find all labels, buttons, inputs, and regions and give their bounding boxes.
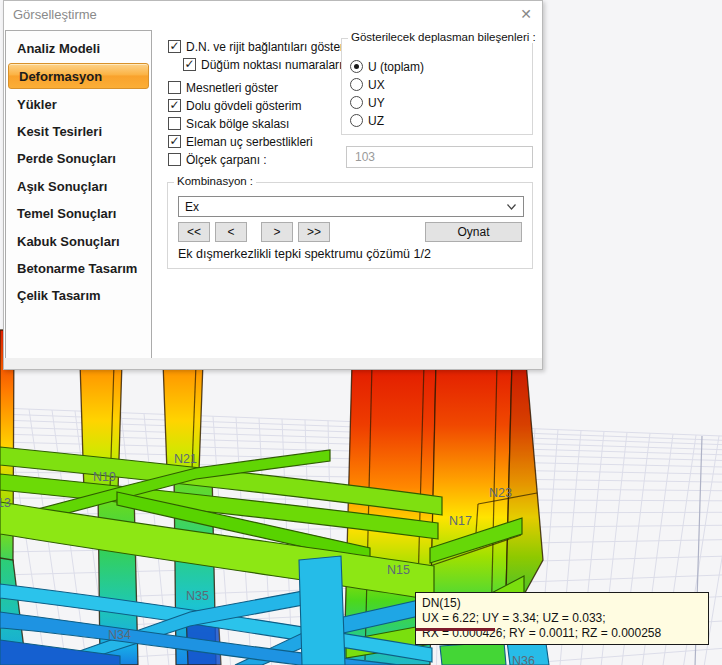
checkbox-label: D.N. ve rijit bağlantıları göster — [186, 40, 344, 54]
tooltip-displacements: UX = 6.22; UY = 3.34; UZ = 0.033; — [422, 611, 702, 626]
visualization-dialog: Görselleştirme ✕ Analiz Modeli Deformasy… — [3, 0, 543, 370]
checkbox-label: Sıcak bölge skalası — [186, 117, 289, 131]
sidebar-item-kabuk-sonuclari[interactable]: Kabuk Sonuçları — [6, 227, 151, 254]
close-icon[interactable]: ✕ — [520, 5, 532, 23]
radio-u-toplam[interactable]: U (toplam) — [350, 59, 424, 74]
combination-caption: Ek dışmerkezlikli tepki spektrumu çözümü… — [178, 247, 431, 261]
checkbox-label: Düğüm noktası numaraları — [201, 58, 342, 72]
combination-select[interactable]: Ex — [178, 196, 524, 217]
sidebar-item-temel-sonuclari[interactable]: Temel Sonuçları — [6, 200, 151, 227]
tooltip-node-id: DN(15) — [422, 596, 702, 611]
sidebar-item-asik-sonuclari[interactable]: Aşık Sonuçları — [6, 173, 151, 200]
radio-uy[interactable]: UY — [350, 95, 385, 110]
checkbox-dn-rijit[interactable]: ✓ D.N. ve rijit bağlantıları göster — [168, 39, 344, 54]
next-step-button[interactable]: > — [261, 222, 293, 242]
radio-icon[interactable] — [350, 96, 363, 109]
radio-label: UY — [368, 96, 385, 110]
dialog-title: Görselleştirme — [13, 7, 97, 22]
dialog-footer — [4, 358, 542, 369]
checkbox-box[interactable]: ✓ — [168, 99, 181, 112]
sidebar-item-perde-sonuclari[interactable]: Perde Sonuçları — [6, 145, 151, 172]
checkbox-label: Dolu gövdeli gösterim — [186, 99, 301, 113]
radio-label: U (toplam) — [368, 60, 424, 74]
sidebar-item-kesit-tesirleri[interactable]: Kesit Tesirleri — [6, 118, 151, 145]
chevron-down-icon — [507, 204, 516, 210]
checkbox-box[interactable] — [168, 117, 181, 130]
checkbox-box[interactable] — [168, 153, 181, 166]
sidebar-item-yukler[interactable]: Yükler — [6, 90, 151, 117]
radio-label: UZ — [368, 114, 384, 128]
radio-icon[interactable] — [350, 114, 363, 127]
checkbox-mesnetleri-goster[interactable]: Mesnetleri göster — [168, 80, 278, 95]
radio-uz[interactable]: UZ — [350, 113, 384, 128]
checkbox-dugum-numaralari[interactable]: ✓ Düğüm noktası numaraları — [183, 57, 342, 72]
category-list: Analiz Modeli Deformasyon Yükler Kesit T… — [5, 30, 152, 359]
radio-icon[interactable] — [350, 60, 363, 73]
checkbox-box[interactable]: ✓ — [183, 58, 196, 71]
radio-label: UX — [368, 78, 385, 92]
group-label: Gösterilecek deplasman bileşenleri : — [348, 31, 539, 43]
sidebar-item-deformasyon[interactable]: Deformasyon — [8, 63, 149, 89]
displacement-components-group: Gösterilecek deplasman bileşenleri : U (… — [341, 38, 533, 135]
checkbox-box[interactable]: ✓ — [168, 135, 181, 148]
radio-ux[interactable]: UX — [350, 77, 385, 92]
checkbox-box[interactable] — [168, 81, 181, 94]
sidebar-item-analiz-modeli[interactable]: Analiz Modeli — [6, 35, 151, 62]
checkbox-olcek-carpani[interactable]: Ölçek çarpanı : — [168, 152, 267, 167]
checkbox-label: Ölçek çarpanı : — [186, 153, 267, 167]
last-step-button[interactable]: >> — [298, 222, 330, 242]
checkbox-sicak-bolge[interactable]: Sıcak bölge skalası — [168, 116, 289, 131]
combo-value: Ex — [185, 200, 199, 214]
combination-group: Kombinasyon : Ex << < > >> Oynat Ek dışm… — [167, 182, 533, 269]
scale-factor-input[interactable] — [346, 146, 533, 168]
checkbox-dolu-govdeli[interactable]: ✓ Dolu gövdeli gösterim — [168, 98, 301, 113]
first-step-button[interactable]: << — [178, 222, 210, 242]
radio-icon[interactable] — [350, 78, 363, 91]
group-label: Kombinasyon : — [174, 175, 256, 187]
checkbox-box[interactable]: ✓ — [168, 40, 181, 53]
checkbox-label: Mesnetleri göster — [186, 81, 278, 95]
checkbox-eleman-uc[interactable]: ✓ Eleman uç serbestlikleri — [168, 134, 313, 149]
node-info-tooltip: DN(15) UX = 6.22; UY = 3.34; UZ = 0.033;… — [415, 592, 709, 645]
checkbox-label: Eleman uç serbestlikleri — [186, 135, 313, 149]
play-button[interactable]: Oynat — [425, 222, 522, 242]
tooltip-underline — [416, 628, 495, 631]
sidebar-item-betonarme-tasarim[interactable]: Betonarme Tasarım — [6, 255, 151, 282]
prev-step-button[interactable]: < — [215, 222, 247, 242]
sidebar-item-celik-tasarim[interactable]: Çelik Tasarım — [6, 282, 151, 309]
